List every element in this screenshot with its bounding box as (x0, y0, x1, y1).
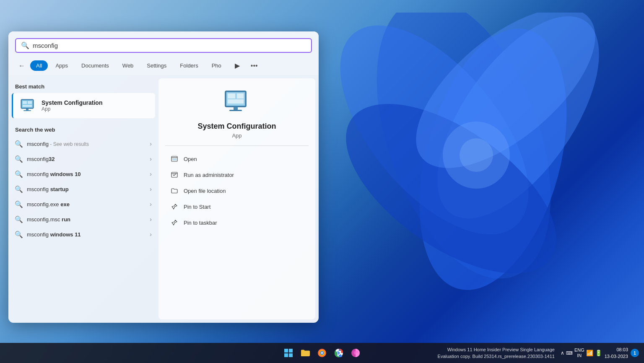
keyboard-icon: ⌨ (566, 350, 573, 356)
taskbar-clock[interactable]: 08:03 13-03-2023 (605, 346, 628, 360)
pin-start-label: Pin to Start (184, 204, 210, 210)
best-match-text: System Configuration App (42, 99, 102, 112)
svg-rect-30 (289, 349, 293, 353)
chrome-button[interactable] (332, 346, 345, 360)
svg-rect-21 (228, 99, 244, 104)
open-label: Open (184, 156, 197, 162)
win-info-line1: Windows 11 Home Insider Preview Single L… (438, 346, 555, 353)
chevron-icon-5: › (150, 201, 152, 207)
search-web-icon-1: 🔍 (15, 140, 23, 148)
chevron-icon-2: › (150, 156, 152, 162)
result-text-5: msconfig.exe exe (27, 201, 145, 207)
app-type: App (42, 106, 102, 112)
result-text-1: msconfig - See web results (27, 141, 145, 147)
svg-rect-23 (229, 110, 242, 111)
notification-count: 1 (634, 351, 636, 355)
svg-point-40 (338, 352, 340, 354)
tab-all[interactable]: All (30, 60, 48, 71)
colorful-app-button[interactable] (349, 346, 362, 360)
win-info-line2: Evaluation copy. Build 25314.rs_prerelea… (438, 353, 555, 360)
tab-pho[interactable]: Pho (206, 60, 227, 71)
lang-label: ENG (574, 347, 584, 353)
search-web-icon-7: 🔍 (15, 231, 23, 238)
language-indicator[interactable]: ENG IN (574, 347, 584, 358)
web-result-5[interactable]: 🔍 msconfig.exe exe › (8, 197, 158, 212)
admin-icon (170, 171, 179, 179)
tab-settings[interactable]: Settings (141, 60, 172, 71)
browser-button-1[interactable] (315, 346, 329, 360)
web-search-title: Search the web (8, 123, 158, 136)
svg-rect-32 (289, 353, 293, 357)
more-tabs-button[interactable]: ••• (247, 60, 261, 71)
web-result-1[interactable]: 🔍 msconfig - See web results › (8, 136, 158, 151)
right-panel: System Configuration App Open (158, 78, 315, 319)
run-admin-label: Run as administrator (184, 172, 234, 178)
main-content: Best match System Configurati (8, 75, 319, 323)
system-tray: ∧ ⌨ ENG IN 📶 🔋 (561, 347, 602, 358)
search-input-wrapper[interactable]: 🔍 (15, 38, 312, 53)
result-text-2: msconfig32 (27, 156, 145, 162)
app-preview-type: App (232, 132, 242, 139)
divider (165, 145, 309, 146)
clock-date: 13-03-2023 (605, 353, 628, 360)
windows-swirl-decoration (317, 13, 610, 348)
svg-rect-28 (171, 172, 177, 177)
svg-rect-29 (284, 349, 288, 353)
best-match-item[interactable]: System Configuration App (12, 93, 155, 118)
open-icon (170, 155, 179, 163)
web-result-3[interactable]: 🔍 msconfig windows 10 › (8, 166, 158, 182)
chevron-icon-4: › (150, 186, 152, 192)
result-text-7: msconfig windows 11 (27, 231, 145, 238)
tab-folders[interactable]: Folders (174, 60, 204, 71)
taskbar: Windows 11 Home Insider Preview Single L… (0, 343, 644, 363)
action-pin-start[interactable]: Pin to Start (165, 199, 309, 215)
file-explorer-button[interactable] (299, 346, 312, 360)
web-result-6[interactable]: 🔍 msconfig.msc run › (8, 212, 158, 227)
tab-apps[interactable]: Apps (49, 60, 74, 71)
search-icon: 🔍 (21, 41, 29, 49)
chevron-icon-1: › (150, 140, 152, 147)
search-bar-container: 🔍 (8, 31, 319, 58)
app-name: System Configuration (42, 99, 102, 106)
svg-rect-33 (301, 352, 309, 356)
search-web-icon-5: 🔍 (15, 200, 23, 208)
svg-rect-13 (23, 105, 32, 107)
svg-rect-15 (23, 110, 31, 111)
svg-rect-22 (234, 107, 238, 110)
taskbar-center-icons (282, 346, 362, 360)
best-match-app-icon (20, 97, 36, 114)
action-run-admin[interactable]: Run as administrator (165, 167, 309, 183)
web-result-2[interactable]: 🔍 msconfig32 › (8, 151, 158, 166)
result-text-3: msconfig windows 10 (27, 171, 145, 177)
folder-icon (170, 187, 179, 195)
pin-taskbar-label: Pin to taskbar (184, 220, 217, 226)
windows-info: Windows 11 Home Insider Preview Single L… (438, 346, 555, 360)
left-panel: Best match System Configurati (8, 75, 158, 323)
start-button[interactable] (282, 346, 295, 360)
svg-rect-27 (172, 158, 177, 161)
action-pin-taskbar[interactable]: Pin to taskbar (165, 215, 309, 231)
tab-documents[interactable]: Documents (75, 60, 115, 71)
svg-rect-31 (284, 353, 288, 357)
svg-rect-19 (228, 93, 235, 99)
back-button[interactable]: ← (15, 60, 29, 71)
region-label: IN (574, 353, 584, 358)
action-open[interactable]: Open (165, 151, 309, 167)
search-web-icon-4: 🔍 (15, 185, 23, 193)
svg-rect-20 (237, 93, 244, 99)
pin-taskbar-icon (170, 218, 179, 227)
chevron-up-icon[interactable]: ∧ (561, 350, 564, 356)
web-search-section: Search the web 🔍 msconfig - See web resu… (8, 118, 158, 244)
action-open-location[interactable]: Open file location (165, 183, 309, 199)
search-web-icon-3: 🔍 (15, 170, 23, 178)
web-result-7[interactable]: 🔍 msconfig windows 11 › (8, 227, 158, 242)
svg-rect-11 (23, 101, 27, 104)
svg-rect-12 (28, 101, 32, 104)
notification-badge[interactable]: 1 (631, 349, 639, 357)
web-result-4[interactable]: 🔍 msconfig startup › (8, 182, 158, 197)
search-panel: 🔍 ← All Apps Documents Web Settings Fold… (8, 31, 319, 323)
svg-point-37 (321, 352, 323, 354)
search-input[interactable] (33, 42, 306, 49)
tab-play[interactable]: ▶ (229, 60, 246, 72)
tab-web[interactable]: Web (117, 60, 140, 71)
